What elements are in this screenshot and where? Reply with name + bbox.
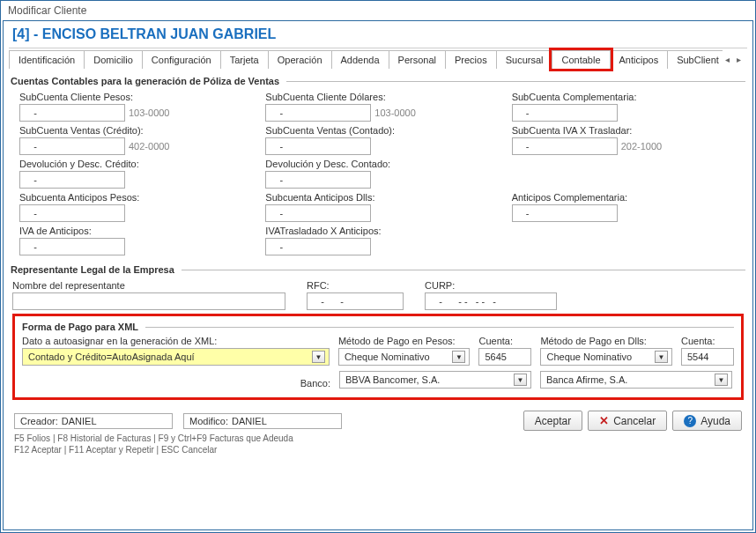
label-metodo-dlls: Método de Pago en Dlls: xyxy=(540,336,672,346)
label-sub-ventas-cred: SubCuenta Ventas (Crédito): xyxy=(19,125,244,136)
label-iva-anticipos: IVA de Anticipos: xyxy=(19,226,244,236)
divider xyxy=(182,270,745,270)
accept-label: Aceptar xyxy=(535,415,571,427)
close-icon: ✕ xyxy=(599,414,609,427)
accept-button[interactable]: Aceptar xyxy=(523,411,582,431)
tab-tarjeta[interactable]: Tarjeta xyxy=(220,50,269,69)
group-representante-legend: Representante Legal de la Empresa xyxy=(11,264,745,275)
label-modifier: Modifico: xyxy=(189,416,228,426)
help-icon: ? xyxy=(684,415,696,427)
tab-configuracion[interactable]: Configuración xyxy=(142,50,221,69)
tab-anticipos[interactable]: Anticipos xyxy=(610,50,669,69)
tab-addenda[interactable]: Addenda xyxy=(331,50,389,69)
shortcut-line-1: F5 Folios | F8 Historial de Facturas | F… xyxy=(14,433,742,444)
label-cuenta-pesos: Cuenta: xyxy=(478,336,531,346)
cancel-button[interactable]: ✕ Cancelar xyxy=(588,411,667,431)
help-button[interactable]: ? Ayuda xyxy=(672,411,742,431)
input-cuenta-dlls[interactable] xyxy=(681,348,734,366)
label-sub-cli-pesos: SubCuenta Cliente Pesos: xyxy=(19,92,244,102)
input-sub-cli-dolares[interactable] xyxy=(265,104,371,122)
chevron-down-icon: ▼ xyxy=(452,351,465,363)
shortcut-line-2: F12 Aceptar | F11 Aceptar y Repetir | ES… xyxy=(14,444,742,455)
input-rfc[interactable] xyxy=(307,292,404,310)
label-sub-complement: SubCuenta Complementaria: xyxy=(512,92,737,102)
hint-sub-iva-trasl: 202-1000 xyxy=(621,141,663,152)
input-curp[interactable] xyxy=(425,292,557,310)
combo-dato-autoasignar[interactable]: Contado y Crédito=AutoAsignada Aquí ▼ xyxy=(22,348,330,366)
tab-contable[interactable]: Contable xyxy=(552,50,610,69)
input-anticipos-dlls[interactable] xyxy=(265,204,371,222)
input-sub-iva-trasl[interactable] xyxy=(512,137,618,155)
combo-metodo-dlls[interactable]: Cheque Nominativo ▼ xyxy=(540,348,672,366)
group-cuentas-title: Cuentas Contables para la generación de … xyxy=(11,76,283,86)
chevron-down-icon: ▼ xyxy=(514,374,527,386)
cancel-label: Cancelar xyxy=(613,415,656,427)
tab-identificacion[interactable]: Identificación xyxy=(9,50,85,69)
label-iva-trasl-antic: IVATrasladado X Anticipos: xyxy=(265,226,490,236)
xml-row-1: Dato a autoasignar en la generación de X… xyxy=(22,336,734,366)
representative-row: Nombre del representante RFC: CURP: xyxy=(11,280,745,310)
label-sub-iva-trasl: SubCuenta IVA X Trasladar: xyxy=(512,125,737,136)
hint-sub-ventas-cred: 402-0000 xyxy=(129,141,170,152)
label-anticipos-dlls: Subcuenta Anticipos Dlls: xyxy=(265,192,490,203)
label-anticipos-comp: Anticipos Complementaria: xyxy=(512,192,737,203)
input-iva-trasl-antic[interactable] xyxy=(265,238,371,255)
modifier-box: Modifico: DANIEL xyxy=(183,413,342,429)
input-iva-anticipos[interactable] xyxy=(19,238,125,255)
input-sub-ventas-cred[interactable] xyxy=(19,137,125,155)
button-row: Aceptar ✕ Cancelar ? Ayuda xyxy=(523,411,742,431)
tab-bar: Identificación Domicilio Configuración T… xyxy=(9,50,747,69)
tab-scroll-right-icon[interactable]: ▸ xyxy=(733,55,745,64)
input-rep-name[interactable] xyxy=(12,292,285,310)
tab-personal[interactable]: Personal xyxy=(389,50,446,69)
combo-banco-dlls[interactable]: Banca Afirme, S.A. ▼ xyxy=(540,371,732,389)
input-dev-cred[interactable] xyxy=(19,171,125,189)
hint-sub-cli-dolares: 103-0000 xyxy=(374,107,416,118)
label-metodo-pesos: Método de Pago en Pesos: xyxy=(338,336,471,346)
input-sub-complement[interactable] xyxy=(512,104,618,122)
chevron-down-icon: ▼ xyxy=(655,351,668,363)
label-cuenta-dlls: Cuenta: xyxy=(681,336,734,346)
divider xyxy=(286,81,745,82)
tab-content: Cuentas Contables para la generación de … xyxy=(9,69,747,526)
combo-banco-pesos-value: BBVA Bancomer, S.A. xyxy=(345,374,440,385)
combo-banco-dlls-value: Banca Afirme, S.A. xyxy=(546,374,627,385)
label-rep-name: Nombre del representante xyxy=(12,280,285,291)
chevron-down-icon: ▼ xyxy=(312,351,325,363)
input-sub-ventas-cont[interactable] xyxy=(265,137,371,155)
label-anticipos-pesos: Subcuenta Anticipos Pesos: xyxy=(19,192,244,203)
group-representante-title: Representante Legal de la Empresa xyxy=(11,264,178,275)
chevron-down-icon: ▼ xyxy=(715,374,728,386)
label-sub-cli-dolares: SubCuenta Cliente Dólares: xyxy=(265,92,490,102)
combo-metodo-pesos-value: Cheque Nominativo xyxy=(345,352,430,362)
tab-scroll-left-icon[interactable]: ◂ xyxy=(722,55,733,64)
label-rfc: RFC: xyxy=(307,280,404,291)
divider xyxy=(145,327,734,328)
input-dev-cont[interactable] xyxy=(265,171,371,189)
tab-operacion[interactable]: Operación xyxy=(268,50,332,69)
footer-row: Creador: DANIEL Modifico: DANIEL Aceptar… xyxy=(11,407,745,431)
tab-precios[interactable]: Precios xyxy=(445,50,497,69)
group-cuentas-legend: Cuentas Contables para la generación de … xyxy=(11,76,745,86)
tab-sucursal[interactable]: Sucursal xyxy=(496,50,553,69)
help-label: Ayuda xyxy=(700,415,730,427)
label-banco: Banco: xyxy=(22,376,330,389)
window: Modificar Cliente [4] - ENCISO BELTRAN J… xyxy=(0,0,756,533)
window-title: Modificar Cliente xyxy=(1,1,755,19)
label-dev-cont: Devolución y Desc. Contado: xyxy=(265,159,490,169)
combo-banco-pesos[interactable]: BBVA Bancomer, S.A. ▼ xyxy=(339,371,531,389)
input-sub-cli-pesos[interactable] xyxy=(19,104,125,122)
group-forma-pago-xml: Forma de Pago para XML Dato a autoasigna… xyxy=(12,314,744,400)
input-anticipos-comp[interactable] xyxy=(512,204,618,222)
label-creator: Creador: xyxy=(20,416,58,426)
label-dato-autoasignar: Dato a autoasignar en la generación de X… xyxy=(22,336,330,346)
tab-domicilio[interactable]: Domicilio xyxy=(84,50,143,69)
input-anticipos-pesos[interactable] xyxy=(19,204,125,222)
tab-subclientes[interactable]: SubClient xyxy=(667,50,723,69)
combo-metodo-pesos[interactable]: Cheque Nominativo ▼ xyxy=(338,348,471,366)
shortcut-hints: F5 Folios | F8 Historial de Facturas | F… xyxy=(11,431,745,455)
page-title: [4] - ENCISO BELTRAN JUAN GABRIEL xyxy=(9,25,747,48)
xml-row-2: Banco: BBVA Bancomer, S.A. ▼ Banca Afirm… xyxy=(22,371,734,389)
combo-metodo-dlls-value: Cheque Nominativo xyxy=(546,352,632,362)
input-cuenta-pesos[interactable] xyxy=(478,348,531,366)
